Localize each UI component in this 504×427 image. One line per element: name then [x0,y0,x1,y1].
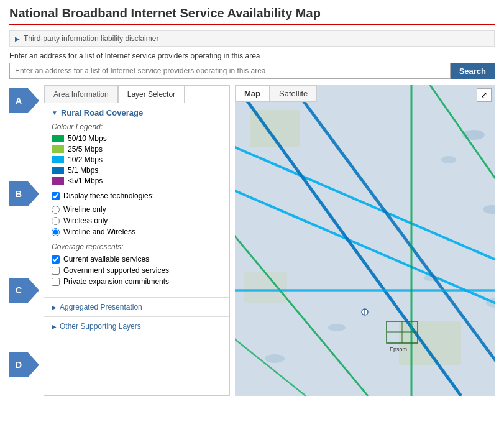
legend-title: Colour Legend: [52,122,222,131]
legend-color-0 [52,135,64,142]
coverage-govt-label: Government supported services [63,266,169,275]
legend-color-4 [52,177,64,185]
search-input[interactable] [9,63,451,79]
svg-point-2 [441,156,456,163]
other-layers-section[interactable]: ▶ Other Supporting Layers [44,316,229,336]
map-area[interactable]: Map Satellite ⤢ [235,85,495,396]
search-row: Search [9,63,495,79]
legend-label-1: 25/5 Mbps [68,145,103,154]
svg-rect-10 [244,272,287,303]
tab-area-information[interactable]: Area Information [44,86,118,103]
svg-point-7 [265,354,285,363]
side-panel: Area Information Layer Selector ▼ Rural … [44,85,230,396]
tabs-container: Area Information Layer Selector [44,86,229,103]
legend-item-2: 10/2 Mbps [52,155,222,164]
map-tab-satellite[interactable]: Satellite [270,85,317,102]
display-tech-checkbox[interactable] [52,192,60,200]
disclaimer-triangle-icon: ▶ [15,35,20,42]
radio-wireline-only[interactable]: Wireline only [52,205,222,214]
svg-text:Epsom: Epsom [390,346,407,352]
arrow-c-label: C [9,278,28,303]
arrow-d-label: D [9,352,28,377]
radio-wireless-only-input[interactable] [52,217,60,225]
legend-label-4: <5/1 Mbps [68,177,103,185]
section-collapse-icon: ▼ [52,109,58,116]
coverage-current[interactable]: Current available services [52,255,222,264]
legend-item-3: 5/1 Mbps [52,166,222,175]
arrow-b-label: B [9,181,28,206]
search-label: Enter an address for a list of Internet … [9,52,495,60]
display-tech-label: Display these technologies: [63,191,154,200]
radio-wireline-wireless-label: Wireline and Wireless [63,227,135,236]
legend-item-1: 25/5 Mbps [52,145,222,154]
coverage-private[interactable]: Private expansion commitments [52,277,222,286]
arrow-c-point [28,278,39,303]
tab-layer-selector[interactable]: Layer Selector [118,86,185,103]
aggregated-presentation-section[interactable]: ▶ Aggregated Presentation [44,297,229,316]
arrow-d-point [28,352,39,377]
coverage-govt[interactable]: Government supported services [52,266,222,275]
legend-color-1 [52,145,64,153]
coverage-private-label: Private expansion commitments [63,277,169,286]
legend-item-0: 50/10 Mbps [52,134,222,143]
panel-content: ▼ Rural Road Coverage Colour Legend: 50/… [44,103,229,297]
section-title: Rural Road Coverage [61,108,143,117]
arrow-b-point [28,181,39,206]
arrow-b: B [9,181,39,206]
aggregated-label: Aggregated Presentation [60,303,142,311]
arrow-c: C [9,278,39,303]
radio-wireless-only-label: Wireless only [63,216,108,225]
aggregated-triangle-icon: ▶ [52,304,57,311]
legend-label-2: 10/2 Mbps [68,155,103,164]
radio-wireline-wireless-input[interactable] [52,228,60,236]
coverage-private-checkbox[interactable] [52,278,60,286]
legend-label-3: 5/1 Mbps [68,166,98,175]
disclaimer-bar[interactable]: ▶ Third-party information liability disc… [9,30,495,47]
map-tab-map[interactable]: Map [235,85,270,102]
arrow-a-point [28,88,39,113]
radio-section: Wireline only Wireless only Wireline and… [52,205,222,236]
legend-item-4: <5/1 Mbps [52,177,222,185]
arrows-container: A B C D [9,85,44,396]
arrow-a-label: A [9,88,28,113]
legend-color-2 [52,156,64,163]
disclaimer-text: Third-party information liability discla… [24,34,158,43]
rural-road-coverage-header[interactable]: ▼ Rural Road Coverage [52,108,222,117]
radio-wireline-only-label: Wireline only [63,205,106,214]
display-tech-checkbox-row[interactable]: Display these technologies: [52,191,222,200]
coverage-current-checkbox[interactable] [52,255,60,264]
map-svg: Epsom [235,85,495,396]
other-layers-triangle-icon: ▶ [52,323,57,330]
radio-wireline-only-input[interactable] [52,206,60,214]
page-title: National Broadband Internet Service Avai… [9,6,495,25]
legend-label-0: 50/10 Mbps [68,134,107,143]
legend-color-3 [52,167,64,174]
arrow-a: A [9,88,39,113]
coverage-title: Coverage represents: [52,242,222,251]
arrow-d: D [9,352,39,377]
coverage-govt-checkbox[interactable] [52,267,60,275]
coverage-checks: Current available services Government su… [52,255,222,286]
map-tabs: Map Satellite [235,85,317,102]
svg-point-6 [328,324,346,331]
other-layers-label: Other Supporting Layers [60,322,141,331]
legend-items: 50/10 Mbps 25/5 Mbps 10/2 Mbps 5/1 [52,134,222,185]
coverage-current-label: Current available services [63,255,149,264]
search-button[interactable]: Search [451,63,495,79]
radio-wireline-wireless[interactable]: Wireline and Wireless [52,227,222,236]
radio-wireless-only[interactable]: Wireless only [52,216,222,225]
map-fullscreen-button[interactable]: ⤢ [477,88,492,102]
